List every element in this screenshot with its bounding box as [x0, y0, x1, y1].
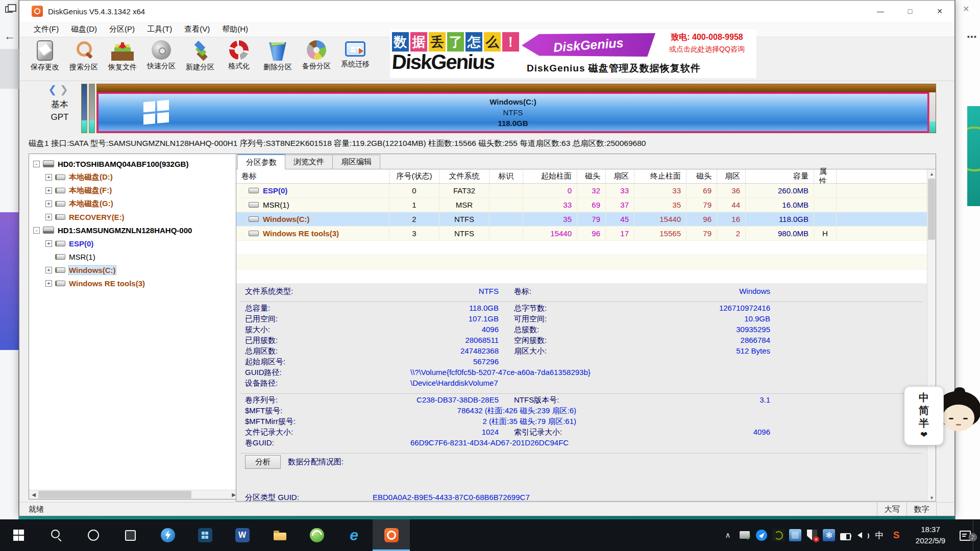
power-icon[interactable]	[840, 529, 852, 541]
tree-item-recovery-e[interactable]: + RECOVERY(E:)	[29, 210, 238, 223]
tree-expander[interactable]: +	[45, 214, 52, 220]
backup-partition-button[interactable]: 备份分区	[297, 37, 336, 80]
maximize-button[interactable]: □	[895, 1, 925, 22]
format-button[interactable]: 格式化	[219, 37, 258, 80]
word-app[interactable]: W	[224, 519, 261, 551]
tree-expander[interactable]: -	[33, 227, 40, 234]
tree-item-local-f[interactable]: + 本地磁盘(F:)	[29, 184, 238, 197]
tree-expander[interactable]: +	[45, 174, 52, 181]
scroll-up-icon[interactable]: ▲	[927, 169, 936, 178]
table-row[interactable]: MSR(1)1MSR33693735794416.0MB	[236, 198, 936, 212]
menu-tools[interactable]: 工具(T)	[142, 23, 177, 36]
back-arrow-icon[interactable]: ←	[4, 30, 15, 43]
next-disk-arrow-icon[interactable]: ❯	[60, 84, 71, 95]
recover-files-button[interactable]: 恢复文件	[103, 37, 142, 80]
edge-app[interactable]: e	[335, 519, 373, 551]
tree-expander[interactable]: +	[45, 267, 52, 273]
background-close-icon[interactable]: ✕	[963, 4, 969, 14]
ime-indicator[interactable]: 中	[873, 529, 886, 541]
promo-banner[interactable]: 数据丢了怎么！ DiskGenius DiskGenius 致电: 400-00…	[390, 29, 756, 78]
tab-browse-files[interactable]: 浏览文件	[285, 155, 333, 169]
table-header-cell[interactable]: 终止柱面	[634, 169, 687, 183]
table-header-cell[interactable]: 磁头	[687, 169, 717, 183]
nvidia-icon[interactable]	[772, 529, 785, 541]
tree-item-esp[interactable]: + ESP(0)	[29, 237, 238, 250]
tree-expander[interactable]: -	[33, 161, 40, 167]
intel-graphics-icon[interactable]	[789, 529, 801, 541]
tree-expander[interactable]: +	[45, 201, 52, 207]
quick-partition-button[interactable]: 快速分区	[142, 37, 181, 80]
menu-partition[interactable]: 分区(P)	[104, 23, 140, 36]
scrollbar-thumb[interactable]	[38, 491, 191, 498]
tree-expander[interactable]: +	[45, 187, 52, 194]
banner-qq-link[interactable]: 或点击此处选择QQ咨询	[659, 45, 754, 54]
table-header-cell[interactable]: 标识	[489, 169, 523, 183]
taskbar-clock[interactable]: 18:37 2022/5/9	[907, 524, 954, 546]
ime-floating-widget[interactable]: 中简半 ❤	[904, 386, 978, 445]
partition-block-windows-c[interactable]: Windows(C:) NTFS 118.0GB	[97, 92, 929, 133]
tree-expander[interactable]: +	[45, 280, 52, 287]
analyze-button[interactable]: 分析	[245, 455, 281, 469]
tree-item-local-d[interactable]: + 本地磁盘(D:)	[29, 170, 238, 184]
tree-item-hd1[interactable]: - HD1:SAMSUNGMZNLN128HAHQ-000	[29, 223, 238, 237]
save-changes-button[interactable]: 保存更改	[26, 37, 64, 80]
tray-expand-icon[interactable]: ∧	[722, 529, 734, 541]
scrollbar-thumb[interactable]	[928, 179, 935, 240]
table-row[interactable]: Windows(C:)2NTFS357945154409616118.0GB	[236, 212, 936, 227]
tab-sector-edit[interactable]: 扇区编辑	[332, 155, 380, 169]
green-browser-app[interactable]	[298, 519, 335, 551]
pinned-app-2[interactable]	[186, 519, 224, 551]
table-header-cell[interactable]: 磁头	[577, 169, 606, 183]
table-header-cell[interactable]: 序号(状态)	[389, 169, 439, 183]
tree-item-hd0[interactable]: - HD0:TOSHIBAMQ04ABF100(932GB)	[29, 157, 238, 170]
close-button[interactable]: ✕	[925, 1, 954, 22]
messenger-icon[interactable]	[755, 529, 768, 541]
tree-item-local-g[interactable]: + 本地磁盘(G:)	[29, 197, 238, 210]
cortana-button[interactable]	[75, 519, 112, 551]
table-row[interactable]: Windows RE tools(3)3NTFS1544096171556579…	[236, 227, 936, 241]
menu-file[interactable]: 文件(F)	[29, 23, 64, 36]
prev-disk-arrow-icon[interactable]: ❮	[48, 84, 60, 95]
partition-sliver-esp[interactable]	[81, 84, 87, 133]
printer-status-icon[interactable]	[739, 529, 751, 541]
menu-disk[interactable]: 磁盘(D)	[66, 23, 102, 36]
security-shield-icon[interactable]	[806, 529, 818, 541]
pinned-app-1[interactable]	[149, 519, 186, 551]
detail-vertical-scrollbar[interactable]: ▲ ▼	[927, 169, 936, 502]
tree-expander[interactable]: +	[45, 240, 52, 247]
tree-horizontal-scrollbar[interactable]: ◀ ▶	[29, 490, 238, 499]
table-header-cell[interactable]: 扇区	[717, 169, 746, 183]
table-header-cell[interactable]: 属性	[814, 169, 837, 183]
table-header-cell[interactable]: 起始柱面	[523, 169, 577, 183]
partition-sliver-re-tools[interactable]	[929, 92, 936, 133]
background-window-restore-icon[interactable]	[5, 6, 13, 13]
table-header-cell[interactable]: 文件系统	[439, 169, 489, 183]
minimize-button[interactable]: —	[866, 1, 895, 22]
table-header-cell[interactable]: 扇区	[606, 169, 634, 183]
volume-icon[interactable]	[856, 529, 869, 541]
search-button[interactable]	[37, 519, 75, 551]
table-header-cell[interactable]: 容量	[746, 169, 814, 183]
task-view-button[interactable]	[112, 519, 149, 551]
show-desktop-button[interactable]	[973, 519, 976, 551]
search-partition-button[interactable]: 搜索分区	[64, 37, 103, 80]
start-button[interactable]	[0, 519, 37, 551]
tree-item-windows-c[interactable]: + Windows(C:)	[29, 263, 238, 277]
menu-view[interactable]: 查看(V)	[179, 23, 215, 36]
system-migration-button[interactable]: 系统迁移	[336, 37, 375, 80]
tree-item-windows-re[interactable]: + Windows RE tools(3)	[29, 277, 238, 290]
table-row[interactable]: ESP(0)0FAT3203233336936260.0MB	[236, 184, 936, 198]
scroll-down-icon[interactable]: ▼	[927, 493, 936, 502]
diskgenius-tray-icon[interactable]: S	[890, 529, 902, 541]
delete-partition-button[interactable]: 删除分区	[258, 37, 297, 80]
snowflake-icon[interactable]: ❄	[823, 529, 835, 541]
tree-item-msr[interactable]: + MSR(1)	[29, 250, 238, 263]
scroll-left-icon[interactable]: ◀	[29, 490, 38, 499]
table-header-cell[interactable]: 卷标	[236, 169, 389, 183]
file-explorer-app[interactable]	[261, 519, 298, 551]
menu-help[interactable]: 帮助(H)	[217, 23, 253, 36]
background-more-icon[interactable]: ⋯	[967, 31, 977, 43]
diskgenius-app[interactable]	[373, 519, 410, 551]
partition-sliver-msr[interactable]	[89, 84, 95, 133]
tab-partition-params[interactable]: 分区参数	[237, 154, 285, 169]
